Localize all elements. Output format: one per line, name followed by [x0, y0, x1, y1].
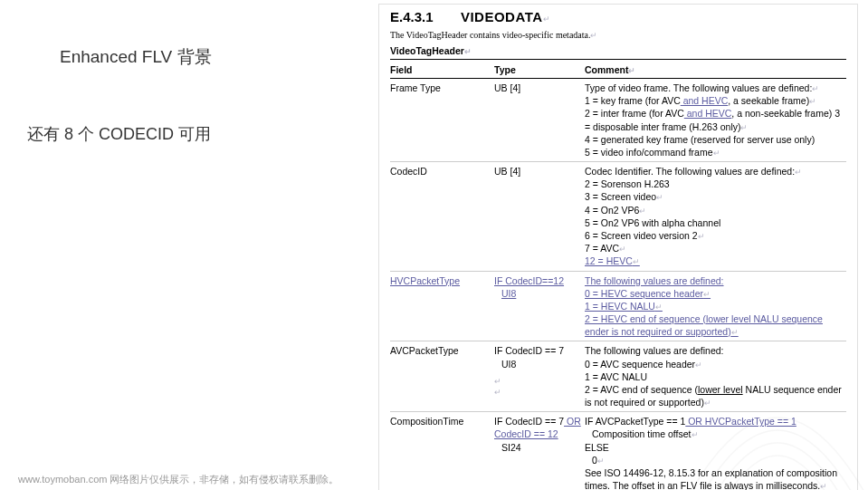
table-row: Frame Type UB [4] Type of video frame. T…	[390, 79, 846, 162]
cell-field: AVCPacketType	[390, 341, 494, 412]
table-row: AVCPacketType IF CodecID == 7 UI8 ↵ ↵ Th…	[390, 341, 846, 412]
th-type: Type	[494, 62, 585, 79]
cell-field: CodecID	[390, 162, 494, 271]
cell-comment: Type of video frame. The following value…	[585, 79, 846, 162]
left-panel: Enhanced FLV 背景 还有 8 个 CODECID 可用	[27, 45, 371, 145]
struct-name: VideoTagHeader↵	[390, 44, 846, 60]
section-title: VIDEODATA	[461, 9, 543, 24]
section-header: E.4.3.1 VIDEODATA↵	[390, 8, 846, 26]
cell-comment: The following values are defined: 0 = AV…	[585, 341, 846, 412]
footer-watermark: www.toymoban.com 网络图片仅供展示，非存储，如有侵权请联系删除。	[18, 473, 339, 486]
table-header-row: Field Type Comment↵	[390, 62, 846, 79]
cell-comment: IF AVCPacketType == 1 OR HVCPacketType =…	[585, 412, 846, 490]
section-number: E.4.3.1	[390, 8, 458, 26]
table-row: CompositionTime IF CodecID == 7 OR Codec…	[390, 412, 846, 490]
cell-comment: Codec Identifier. The following values a…	[585, 162, 846, 271]
cell-field: Frame Type	[390, 79, 494, 162]
th-field: Field	[390, 62, 494, 79]
cell-type: UB [4]	[494, 79, 585, 162]
cell-field: HVCPacketType	[390, 271, 494, 341]
heading-title: Enhanced FLV 背景	[60, 45, 371, 69]
table-row: CodecID UB [4] Codec Identifier. The fol…	[390, 162, 846, 271]
cell-type: UB [4]	[494, 162, 585, 271]
cell-field: CompositionTime	[390, 412, 494, 490]
heading-subtitle: 还有 8 个 CODECID 可用	[27, 123, 371, 145]
cell-type: IF CodecID==12 UI8	[494, 271, 585, 341]
spec-document: E.4.3.1 VIDEODATA↵ The VideoTagHeader co…	[378, 4, 858, 490]
table-row: HVCPacketType IF CodecID==12 UI8 The fol…	[390, 271, 846, 341]
th-comment: Comment↵	[585, 62, 846, 79]
cell-comment: The following values are defined: 0 = HE…	[585, 271, 846, 341]
spec-table: Field Type Comment↵ Frame Type UB [4] Ty…	[390, 62, 846, 490]
intro-text: The VideoTagHeader contains video-specif…	[390, 29, 846, 42]
cell-type: IF CodecID == 7 OR CodecID == 12 SI24	[494, 412, 585, 490]
cell-type: IF CodecID == 7 UI8 ↵ ↵	[494, 341, 585, 412]
